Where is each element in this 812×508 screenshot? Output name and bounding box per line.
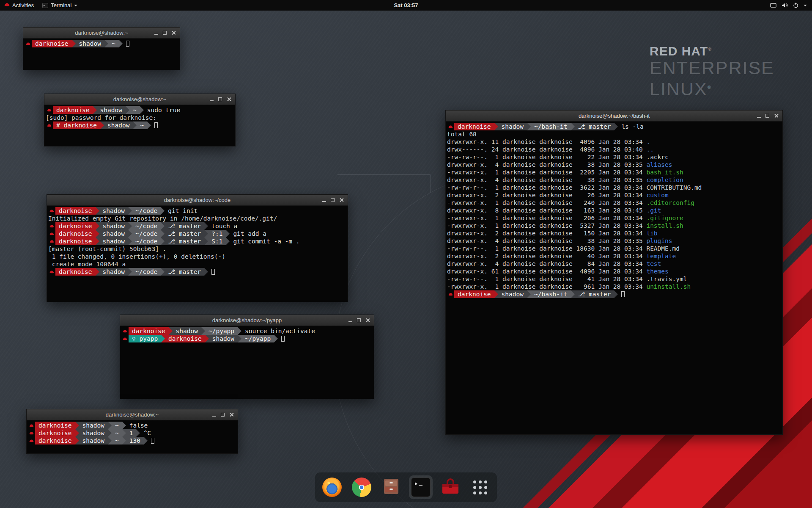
prompt-segment: ~/bash-it [531, 290, 571, 298]
close-button[interactable] [171, 30, 176, 35]
close-button[interactable] [365, 318, 370, 323]
powerline-arrow-icon [75, 422, 79, 429]
redhat-prompt-icon [28, 429, 35, 437]
chevron-down-icon [804, 5, 807, 6]
terminal-line: darknoiseshadow~/code⎇ masterS:1git comm… [48, 237, 346, 245]
terminal-line: darknoiseshadow~/code⎇ master [48, 268, 346, 276]
prompt-segment: darknoise [35, 437, 75, 444]
dock-terminal-button[interactable] [409, 475, 433, 499]
brand-enterprise-line: ENTERPRISE [650, 58, 774, 77]
activities-button[interactable]: Activities [0, 0, 38, 11]
command-text: git commit -a -m . [233, 238, 299, 245]
file-name: .. [646, 146, 653, 153]
terminal-content[interactable]: darknoiseshadow~/codegit initInitialized… [47, 206, 348, 276]
minimize-button[interactable] [348, 319, 352, 322]
terminal-cursor [151, 438, 154, 444]
output-text: .ackrc [646, 154, 668, 160]
window-titlebar[interactable]: darknoise@shadow:~ [44, 94, 235, 105]
power-icon [793, 3, 798, 8]
terminal-line: drwxrwxr-x. 4 darknoise darknoise 38 Jan… [447, 237, 781, 245]
prompt-segment: S:1 [208, 237, 226, 245]
file-name: install.sh [646, 222, 683, 229]
prompt-segment: ?:1 [208, 230, 226, 237]
system-status-area[interactable] [765, 0, 812, 11]
file-name: themes [646, 268, 668, 275]
dock-app-grid-button[interactable] [468, 475, 492, 499]
prompt-segment: darknoise [53, 106, 93, 114]
terminal-content[interactable]: darknoiseshadow~sudo true[sudo] password… [44, 105, 235, 129]
terminal-content[interactable]: darknoiseshadow~ [23, 39, 180, 47]
clock[interactable]: Sat 03:57 [0, 2, 812, 8]
terminal-line: [master (root-commit) 50bcb63] . [48, 245, 346, 253]
command-text: git init [168, 207, 198, 214]
maximize-button[interactable] [163, 31, 167, 35]
prompt-segment: shadow [99, 237, 128, 245]
app-menu-terminal[interactable]: Terminal [38, 0, 82, 11]
powerline-arrow-icon [96, 222, 99, 230]
close-button[interactable] [227, 97, 231, 102]
close-button[interactable] [774, 113, 779, 118]
maximize-button[interactable] [218, 97, 222, 101]
prompt-segment: # darknoise [53, 121, 100, 129]
terminal-content[interactable]: darknoiseshadow~/bash-it⎇ masterls -lato… [446, 121, 782, 298]
powerline-arrow-icon [238, 327, 241, 335]
powerline-arrow-icon [108, 429, 112, 437]
maximize-button[interactable] [765, 114, 769, 118]
files-icon [381, 477, 401, 498]
prompt-segment: darknoise [165, 335, 205, 342]
dock-files-button[interactable] [379, 475, 403, 499]
output-text: drwxrwxr-x. 2 darknoise darknoise 40 Jan… [447, 253, 646, 260]
terminal-line: drwxrwxr-x. 8 darknoise darknoise 163 Ja… [447, 207, 781, 214]
prompt-segment: ~/code [132, 230, 161, 237]
terminal-content[interactable]: darknoiseshadow~/pyappsource bin/activat… [120, 326, 374, 342]
maximize-button[interactable] [331, 198, 335, 202]
powerline-arrow-icon [108, 422, 112, 429]
prompt-segment: ⎇ master [165, 222, 204, 230]
output-text: drwxrwxr-x. 61 darknoise darknoise 4096 … [447, 268, 646, 275]
window-titlebar[interactable]: darknoise@shadow:~ [23, 28, 180, 39]
redhat-prompt-icon [46, 121, 53, 129]
terminal-line: -rw-rw-r--. 1 darknoise darknoise 22 Jan… [447, 153, 781, 161]
minimize-button[interactable] [212, 413, 216, 417]
powerline-arrow-icon [204, 237, 208, 245]
dock-toolbox-button[interactable] [439, 475, 462, 499]
terminal-line: -rwxrwxr-x. 1 darknoise darknoise 240 Ja… [447, 199, 781, 207]
activities-label: Activities [12, 2, 34, 8]
dock-chrome-button[interactable] [350, 475, 373, 499]
window-titlebar[interactable]: darknoise@shadow:~/code [47, 195, 348, 206]
minimize-button[interactable] [322, 199, 326, 202]
minimize-button[interactable] [210, 98, 214, 101]
powerline-arrow-icon [126, 106, 129, 114]
minimize-button[interactable] [154, 31, 158, 35]
prompt-segment: ~/code [132, 268, 161, 276]
powerline-arrow-icon [140, 106, 144, 114]
redhat-prompt-icon [48, 268, 55, 276]
output-text: -rwxrwxr-x. 1 darknoise darknoise 961 Ja… [447, 283, 646, 290]
maximize-button[interactable] [221, 413, 225, 417]
powerline-arrow-icon [108, 437, 112, 444]
output-text: -rwxrwxr-x. 1 darknoise darknoise 206 Ja… [447, 215, 646, 221]
output-text: -rw-rw-r--. 1 darknoise darknoise 3622 J… [447, 184, 646, 191]
terminal-line: -rw-rw-r--. 1 darknoise darknoise 41 Jan… [447, 275, 781, 283]
window-titlebar[interactable]: darknoise@shadow:~/bash-it [446, 110, 782, 121]
window-title: darknoise@shadow:~/code [47, 197, 348, 203]
maximize-button[interactable] [357, 318, 361, 322]
prompt-segment: ~ [112, 422, 122, 429]
terminal-line: drwxrwxr-x. 4 darknoise darknoise 38 Jan… [447, 161, 781, 168]
prompt-segment: shadow [498, 290, 527, 298]
window-titlebar[interactable]: darknoise@shadow:~ [27, 409, 238, 420]
dock-firefox-button[interactable] [320, 475, 344, 499]
powerline-arrow-icon [571, 290, 575, 298]
minimize-button[interactable] [757, 114, 761, 118]
redhat-prompt-icon [447, 123, 454, 130]
window-titlebar[interactable]: darknoise@shadow:~/pyapp [120, 315, 374, 326]
powerline-arrow-icon [614, 123, 618, 130]
powerline-arrow-icon [238, 335, 241, 342]
terminal-content[interactable]: darknoiseshadow~falsedarknoiseshadow~1^C… [27, 420, 238, 444]
close-button[interactable] [339, 198, 344, 202]
prompt-segment: ~/code [132, 222, 161, 230]
terminal-cursor [621, 291, 625, 297]
prompt-segment: ⎇ master [575, 123, 614, 130]
close-button[interactable] [229, 412, 234, 417]
output-text: Initialized empty Git repository in /hom… [48, 215, 277, 222]
